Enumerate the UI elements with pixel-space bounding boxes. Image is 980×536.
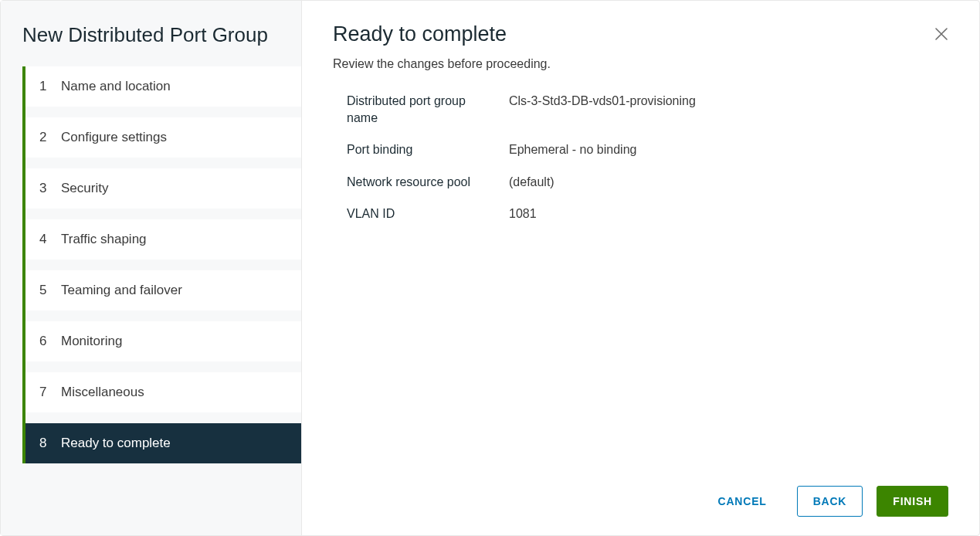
- summary-row-vlan-id: VLAN ID 1081: [347, 205, 948, 222]
- wizard-title: New Distributed Port Group: [1, 22, 301, 66]
- summary-label: VLAN ID: [347, 205, 509, 222]
- step-number: 6: [39, 334, 55, 349]
- step-name-and-location[interactable]: 1 Name and location: [25, 66, 301, 107]
- step-label: Monitoring: [61, 334, 122, 349]
- summary-label: Distributed port group name: [347, 93, 509, 126]
- step-label: Security: [61, 181, 108, 196]
- close-icon: [934, 24, 948, 45]
- step-number: 3: [39, 181, 55, 196]
- summary-value: Cls-3-Std3-DB-vds01-provisioning: [509, 93, 696, 126]
- summary-value: Ephemeral - no binding: [509, 141, 636, 158]
- summary-value: (default): [509, 174, 554, 191]
- summary-value: 1081: [509, 205, 537, 222]
- step-label: Traffic shaping: [61, 232, 147, 247]
- summary-row-network-resource-pool: Network resource pool (default): [347, 174, 948, 191]
- finish-button[interactable]: Finish: [877, 486, 948, 517]
- wizard-content: Ready to complete Review the changes bef…: [302, 1, 979, 535]
- wizard-sidebar: New Distributed Port Group 1 Name and lo…: [1, 1, 302, 535]
- step-number: 5: [39, 283, 55, 298]
- step-configure-settings[interactable]: 2 Configure settings: [25, 117, 301, 158]
- step-ready-to-complete[interactable]: 8 Ready to complete: [25, 423, 301, 463]
- step-teaming-and-failover[interactable]: 5 Teaming and failover: [25, 270, 301, 310]
- step-number: 2: [39, 130, 55, 145]
- content-subtitle: Review the changes before proceeding.: [333, 57, 551, 71]
- step-number: 4: [39, 232, 55, 247]
- step-label: Miscellaneous: [61, 385, 144, 400]
- summary-label: Network resource pool: [347, 174, 509, 191]
- step-number: 8: [39, 436, 55, 451]
- wizard-footer: Cancel Back Finish: [333, 470, 948, 517]
- wizard-dialog: New Distributed Port Group 1 Name and lo…: [0, 0, 980, 536]
- content-title: Ready to complete: [333, 22, 551, 46]
- step-label: Name and location: [61, 79, 171, 94]
- step-number: 7: [39, 385, 55, 400]
- step-label: Configure settings: [61, 130, 167, 145]
- step-number: 1: [39, 79, 55, 94]
- step-label: Teaming and failover: [61, 283, 182, 298]
- summary-row-port-binding: Port binding Ephemeral - no binding: [347, 141, 948, 158]
- close-button[interactable]: [934, 22, 948, 44]
- cancel-button[interactable]: Cancel: [702, 486, 783, 517]
- back-button[interactable]: Back: [797, 486, 863, 517]
- step-security[interactable]: 3 Security: [25, 168, 301, 209]
- step-monitoring[interactable]: 6 Monitoring: [25, 321, 301, 361]
- step-label: Ready to complete: [61, 436, 171, 451]
- content-header: Ready to complete Review the changes bef…: [333, 22, 948, 93]
- summary-label: Port binding: [347, 141, 509, 158]
- summary-table: Distributed port group name Cls-3-Std3-D…: [333, 93, 948, 238]
- step-miscellaneous[interactable]: 7 Miscellaneous: [25, 372, 301, 412]
- step-traffic-shaping[interactable]: 4 Traffic shaping: [25, 219, 301, 260]
- summary-row-port-group-name: Distributed port group name Cls-3-Std3-D…: [347, 93, 948, 126]
- wizard-steps: 1 Name and location 2 Configure settings…: [22, 66, 301, 463]
